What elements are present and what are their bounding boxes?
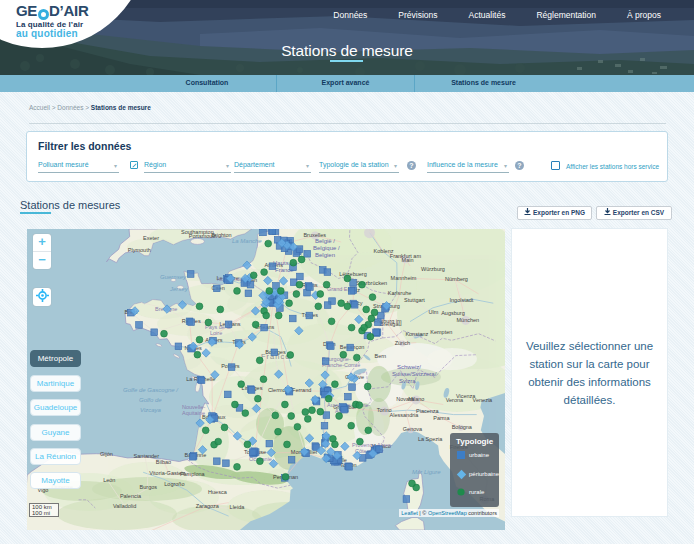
svg-text:La Manche: La Manche — [232, 238, 262, 244]
svg-text:Torino: Torino — [377, 407, 392, 413]
svg-text:Bern: Bern — [375, 353, 387, 359]
svg-text:Konstanz: Konstanz — [405, 331, 428, 337]
svg-text:Milano: Milano — [408, 396, 424, 402]
svg-text:Würzburg: Würzburg — [421, 266, 445, 272]
svg-text:Burgos: Burgos — [140, 484, 158, 490]
svg-text:Brighton: Brighton — [211, 232, 232, 238]
svg-text:Golfe de Gascogne /: Golfe de Gascogne / — [123, 387, 179, 393]
svg-text:Santander: Santander — [134, 453, 160, 459]
svg-text:Augsburg: Augsburg — [441, 310, 465, 316]
svg-text:Kempten: Kempten — [430, 329, 452, 335]
svg-text:Parma: Parma — [433, 415, 450, 421]
svg-text:München: München — [457, 317, 480, 323]
svg-text:Exeter: Exeter — [143, 235, 159, 241]
svg-text:Auvergne-Rhône-: Auvergne-Rhône- — [327, 402, 371, 408]
svg-text:Bologna: Bologna — [452, 424, 473, 430]
svg-text:Gijón: Gijón — [100, 451, 113, 457]
svg-text:Lleida: Lleida — [230, 504, 246, 510]
svg-text:Karlsruhe: Karlsruhe — [388, 290, 412, 296]
svg-text:Belgique /: Belgique / — [313, 245, 340, 251]
svg-text:Bilbao: Bilbao — [156, 459, 171, 465]
svg-text:Zaragoza: Zaragoza — [196, 503, 220, 509]
svg-text:Pamplona: Pamplona — [180, 471, 206, 477]
svg-text:Guernsey: Guernsey — [160, 274, 187, 280]
svg-text:Mar Ligure: Mar Ligure — [412, 469, 441, 475]
svg-text:León: León — [103, 477, 115, 483]
svg-text:Loire: Loire — [210, 330, 222, 336]
svg-text:Nürnberg: Nürnberg — [445, 276, 468, 282]
svg-text:Main: Main — [402, 257, 414, 263]
svg-text:Stuttgart: Stuttgart — [404, 297, 425, 303]
svg-text:Logroño: Logroño — [164, 481, 184, 487]
svg-text:Palencia: Palencia — [120, 493, 142, 499]
svg-text:Ingolstadt: Ingolstadt — [450, 297, 474, 303]
svg-text:Valladolid: Valladolid — [113, 503, 136, 509]
svg-text:Schweiz/: Schweiz/ — [397, 364, 421, 370]
svg-text:Piacenza: Piacenza — [416, 408, 440, 414]
svg-text:Svizra: Svizra — [399, 378, 416, 384]
svg-text:Aquitaine: Aquitaine — [182, 410, 205, 416]
svg-text:Mannheim: Mannheim — [391, 275, 417, 281]
svg-text:Genova: Genova — [403, 426, 423, 432]
svg-text:Verona: Verona — [446, 397, 464, 403]
svg-text:Huesca: Huesca — [208, 489, 228, 495]
svg-text:Lëtzebuerg: Lëtzebuerg — [339, 271, 367, 277]
svg-text:Ulm: Ulm — [429, 309, 439, 315]
svg-text:Jersey: Jersey — [169, 286, 189, 292]
svg-text:Suisse/Svizzera/: Suisse/Svizzera/ — [392, 371, 437, 377]
svg-text:Plymouth: Plymouth — [128, 247, 151, 253]
svg-text:Bruxelles: Bruxelles — [303, 232, 326, 238]
svg-text:Venezia: Venezia — [473, 397, 494, 403]
svg-text:Zürich: Zürich — [395, 340, 410, 346]
svg-text:Vizcaya: Vizcaya — [140, 407, 162, 413]
svg-text:Alessandria: Alessandria — [390, 412, 420, 418]
svg-text:België /: België / — [315, 238, 335, 244]
svg-text:Golfo de: Golfo de — [139, 397, 162, 403]
svg-text:Düsseldorf: Düsseldorf — [353, 229, 380, 230]
svg-text:Belgien: Belgien — [315, 252, 335, 258]
svg-text:Breisgau: Breisgau — [380, 321, 402, 327]
svg-text:La Spezia: La Spezia — [418, 436, 443, 442]
